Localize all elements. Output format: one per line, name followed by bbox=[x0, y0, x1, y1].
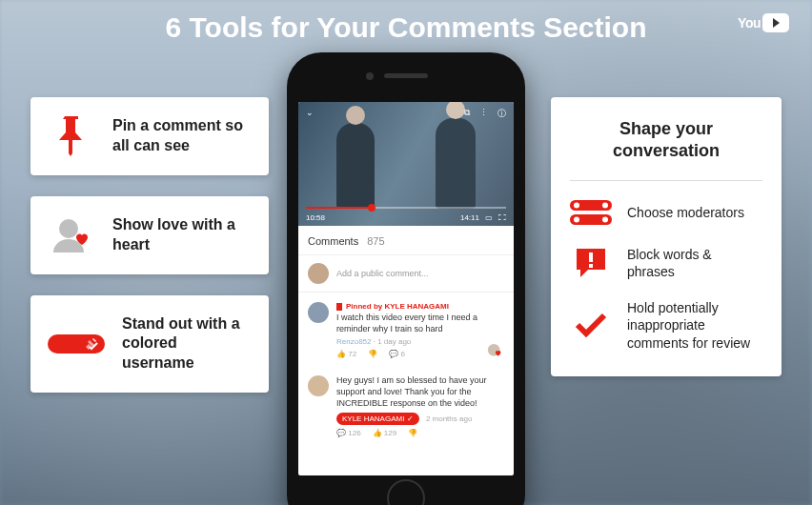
info-icon[interactable]: ⓘ bbox=[497, 108, 506, 120]
comment-author[interactable]: Renzo852 bbox=[336, 337, 371, 346]
right-card: Shape your conversation Choose moderator… bbox=[551, 97, 782, 376]
video-top-bar: ⌄ ⧉ ⋮ ⓘ bbox=[298, 108, 514, 120]
replies-button[interactable]: 💬 126 bbox=[336, 429, 361, 437]
heart-avatar-icon bbox=[48, 216, 95, 254]
svg-point-6 bbox=[574, 216, 579, 222]
video-player[interactable]: ⌄ ⧉ ⋮ ⓘ 10:58 14:11 ▭ ⛶ bbox=[298, 102, 514, 226]
comment-text: I watch this video every time I need a r… bbox=[336, 313, 504, 334]
video-times: 10:58 14:11 ▭ ⛶ bbox=[306, 213, 506, 222]
fullscreen-icon[interactable]: ⛶ bbox=[498, 213, 506, 222]
svg-point-4 bbox=[574, 202, 579, 208]
add-comment-row[interactable]: Add a public comment... bbox=[298, 255, 514, 293]
right-row-moderators: Choose moderators bbox=[570, 198, 762, 227]
feature-text: Stand out with a colored username bbox=[122, 314, 252, 374]
comment-item: Pinned by KYLE HANAGAMI I watch this vid… bbox=[298, 293, 514, 366]
right-text: Choose moderators bbox=[627, 204, 744, 221]
feature-card-heart: Show love with a heart bbox=[30, 196, 269, 274]
svg-point-7 bbox=[602, 216, 608, 222]
pinned-label: Pinned by KYLE HANAGAMI bbox=[336, 302, 504, 311]
phone-speaker bbox=[384, 73, 428, 78]
youtube-you: You bbox=[738, 15, 761, 30]
comment-ago: 2 months ago bbox=[426, 414, 472, 423]
autoplay-icon[interactable]: ▭ bbox=[485, 213, 493, 222]
svg-rect-9 bbox=[589, 264, 593, 268]
right-row-block: Block words & phrases bbox=[570, 246, 762, 280]
feature-text: Pin a comment so all can see bbox=[112, 116, 252, 156]
moderators-icon bbox=[570, 198, 612, 227]
phone-mockup: ⌄ ⧉ ⋮ ⓘ 10:58 14:11 ▭ ⛶ Comments 875 bbox=[287, 52, 525, 505]
chevron-down-icon[interactable]: ⌄ bbox=[306, 108, 314, 120]
comment-actions: 👍 72 👎 💬 6 bbox=[336, 350, 504, 358]
right-heading: Shape your conversation bbox=[570, 118, 762, 163]
feature-text: Show love with a heart bbox=[112, 215, 252, 255]
creator-heart-icon bbox=[487, 343, 504, 360]
time-current: 10:58 bbox=[306, 213, 325, 222]
svg-point-0 bbox=[59, 219, 78, 238]
like-button[interactable]: 👍 72 bbox=[336, 350, 356, 358]
feature-card-username: Stand out with a colored username bbox=[30, 295, 269, 393]
comment-text: Hey guys! I am so blessed to have your s… bbox=[336, 375, 504, 409]
video-figure bbox=[336, 123, 375, 209]
checkmark-icon bbox=[570, 312, 612, 338]
username-pill-icon bbox=[48, 333, 105, 355]
avatar bbox=[308, 302, 329, 323]
queue-icon[interactable]: ⧉ bbox=[464, 108, 470, 120]
block-words-icon bbox=[570, 247, 612, 279]
comment-actions: 💬 126 👍 129 👎 bbox=[336, 429, 504, 437]
phone-home-button[interactable] bbox=[387, 479, 425, 505]
comments-label: Comments bbox=[308, 235, 358, 247]
pin-flag-icon bbox=[336, 303, 342, 311]
comments-header: Comments 875 bbox=[298, 226, 514, 255]
replies-button[interactable]: 💬 6 bbox=[389, 350, 405, 358]
page-title: 6 Tools for Your Comments Section bbox=[0, 11, 812, 44]
avatar bbox=[308, 263, 329, 284]
video-figure bbox=[436, 118, 476, 209]
avatar bbox=[308, 375, 329, 396]
add-comment-input[interactable]: Add a public comment... bbox=[336, 269, 429, 278]
dislike-button[interactable]: 👎 bbox=[408, 429, 417, 437]
comment-meta: Renzo852 · 1 day ago bbox=[336, 337, 504, 346]
dislike-button[interactable]: 👎 bbox=[368, 350, 377, 358]
pin-icon bbox=[48, 116, 95, 156]
left-column: Pin a comment so all can see Show love w… bbox=[30, 97, 269, 393]
more-icon[interactable]: ⋮ bbox=[479, 108, 488, 120]
time-total: 14:11 bbox=[460, 213, 479, 222]
svg-rect-8 bbox=[589, 252, 593, 262]
comment-item: Hey guys! I am so blessed to have your s… bbox=[298, 366, 514, 445]
right-text: Hold potentially inappropriate comments … bbox=[627, 299, 762, 352]
divider bbox=[570, 180, 762, 181]
feature-card-pin: Pin a comment so all can see bbox=[30, 97, 269, 175]
comment-ago: 1 day ago bbox=[377, 337, 411, 346]
svg-point-5 bbox=[602, 202, 608, 208]
phone-camera bbox=[366, 72, 374, 80]
comments-count: 875 bbox=[367, 235, 384, 247]
creator-badge[interactable]: KYLE HANAGAMI ✓ bbox=[336, 413, 419, 425]
phone-screen: ⌄ ⧉ ⋮ ⓘ 10:58 14:11 ▭ ⛶ Comments 875 bbox=[298, 102, 514, 475]
youtube-play-icon bbox=[762, 13, 789, 32]
like-button[interactable]: 👍 129 bbox=[373, 429, 397, 437]
right-row-hold: Hold potentially inappropriate comments … bbox=[570, 299, 762, 352]
video-progress[interactable] bbox=[306, 207, 506, 209]
right-text: Block words & phrases bbox=[627, 246, 762, 280]
youtube-logo: You bbox=[738, 13, 789, 32]
